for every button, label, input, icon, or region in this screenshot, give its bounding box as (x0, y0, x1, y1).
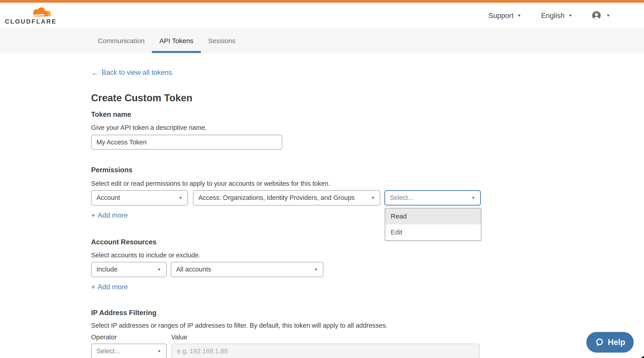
chevron-down-icon: ▼ (371, 196, 375, 200)
tab-api-tokens[interactable]: API Tokens (152, 29, 200, 53)
permission-level-placeholder: Select... (390, 194, 413, 201)
chevron-down-icon: ▼ (606, 14, 610, 18)
permission-level-menu: Read Edit (385, 208, 481, 241)
menu-item-read[interactable]: Read (385, 208, 481, 224)
permissions-row: Account ▼ Access: Organizations, Identit… (91, 190, 644, 205)
account-resources-scope-select[interactable]: All accounts ▼ (171, 262, 323, 277)
support-menu[interactable]: Support ▼ (488, 12, 522, 20)
tab-label: API Tokens (159, 37, 193, 45)
account-resources-heading: Account Resources (91, 238, 644, 246)
permissions-heading: Permissions (91, 166, 644, 174)
app-header: CLOUDFLARE Support ▼ English ▼ ▼ (0, 3, 644, 28)
help-button-label: Help (608, 337, 625, 347)
token-name-input[interactable] (91, 135, 282, 150)
tab-communication[interactable]: Communication (90, 29, 152, 53)
ip-filtering-row: Select... ▼ (91, 344, 644, 358)
add-more-label: Add more (98, 211, 128, 219)
permissions-description: Select edit or read permissions to apply… (91, 180, 644, 188)
chevron-down-icon: ▼ (471, 196, 476, 200)
permission-scope-value: Account (96, 194, 120, 201)
main-content: ← Back to view all tokens Create Custom … (0, 53, 644, 358)
menu-item-edit[interactable]: Edit (385, 224, 481, 240)
back-link-label: Back to view all tokens (102, 69, 172, 77)
ip-operator-select[interactable]: Select... ▼ (91, 344, 167, 358)
help-button[interactable]: Help (586, 332, 634, 352)
language-menu[interactable]: English ▼ (541, 12, 572, 20)
token-name-description: Give your API token a descriptive name. (91, 124, 644, 132)
tab-label: Sessions (208, 37, 236, 45)
top-accent-bar (0, 0, 644, 3)
user-avatar-icon (592, 11, 601, 20)
permission-scope-select[interactable]: Account ▼ (91, 190, 188, 205)
account-menu[interactable]: ▼ (592, 11, 610, 20)
chevron-down-icon: ▼ (568, 14, 572, 18)
value-label: Value (171, 333, 187, 341)
chevron-down-icon: ▼ (157, 349, 161, 353)
tab-label: Communication (98, 37, 144, 45)
permissions-add-more-link[interactable]: + Add more (91, 211, 128, 219)
account-resources-add-more-link[interactable]: + Add more (91, 283, 128, 291)
cloudflare-cloud-icon (28, 7, 52, 18)
account-resources-scope-value: All accounts (176, 266, 211, 273)
account-resources-mode-select[interactable]: Include ▼ (91, 262, 167, 277)
page-title: Create Custom Token (91, 93, 644, 103)
cloudflare-logo-text: CLOUDFLARE (5, 18, 57, 25)
chat-bubble-icon (595, 337, 604, 347)
ip-value-input[interactable] (171, 344, 480, 358)
profile-tab-bar: Communication API Tokens Sessions (0, 28, 644, 53)
chevron-down-icon: ▼ (314, 267, 318, 271)
tab-sessions[interactable]: Sessions (201, 29, 243, 53)
mouse-cursor (639, 353, 644, 358)
language-menu-label: English (541, 12, 564, 20)
chevron-down-icon: ▼ (517, 14, 522, 18)
chevron-down-icon: ▼ (157, 267, 161, 271)
chevron-down-icon: ▼ (178, 196, 183, 200)
ip-filtering-labels: Operator Value (91, 333, 644, 341)
permission-resource-value: Access: Organizations, Identity Provider… (198, 194, 354, 201)
ip-filtering-description: Select IP addresses or ranges of IP addr… (91, 322, 644, 329)
back-to-tokens-link[interactable]: ← Back to view all tokens (91, 69, 172, 77)
permission-resource-select[interactable]: Access: Organizations, Identity Provider… (193, 190, 380, 205)
add-more-label: Add more (98, 283, 128, 291)
account-resources-mode-value: Include (96, 266, 118, 273)
operator-label: Operator (91, 333, 171, 341)
plus-icon: + (91, 283, 95, 291)
token-name-heading: Token name (91, 111, 644, 118)
support-menu-label: Support (488, 12, 514, 20)
ip-operator-placeholder: Select... (96, 347, 120, 355)
cloudflare-logo[interactable]: CLOUDFLARE (5, 7, 52, 25)
account-resources-description: Select accounts to include or exclude. (91, 251, 644, 259)
back-arrow-icon: ← (91, 69, 98, 76)
permission-level-select[interactable]: Select... ▼ Read Edit (384, 190, 481, 205)
header-right-cluster: Support ▼ English ▼ ▼ (488, 11, 610, 20)
account-resources-row: Include ▼ All accounts ▼ (91, 262, 644, 277)
plus-icon: + (91, 212, 95, 219)
ip-filtering-heading: IP Address Filtering (91, 309, 644, 317)
